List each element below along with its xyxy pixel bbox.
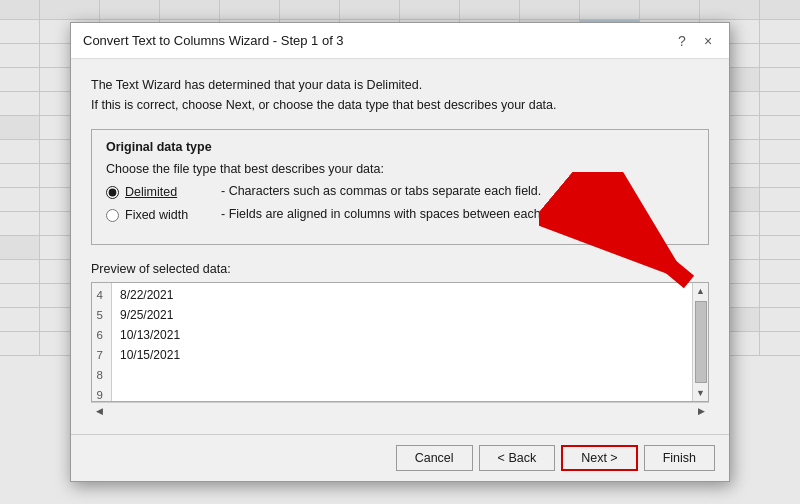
preview-line-6 [120,385,180,401]
preview-line-numbers: 4 5 6 7 8 9 [92,283,112,401]
preview-line-1: 8/22/2021 [120,285,180,305]
radio-delimited-label[interactable]: Delimited [125,184,215,199]
preview-num-2: 5 [96,305,107,325]
preview-section: Preview of selected data: 4 5 [91,257,709,418]
group-subtitle: Choose the file type that best describes… [106,162,694,176]
preview-num-1: 4 [96,285,107,305]
cancel-button[interactable]: Cancel [396,445,473,471]
preview-line-2: 9/25/2021 [120,305,180,325]
radio-delimited[interactable] [106,186,119,199]
scrollbar-track-h [107,405,693,417]
dialog-title: Convert Text to Columns Wizard - Step 1 … [83,33,344,48]
fixed-desc: - Fields are aligned in columns with spa… [221,207,571,221]
help-icon[interactable]: ? [673,32,691,50]
dialog-footer: Cancel < Back Next > Finish [71,434,729,481]
intro-line2: If this is correct, choose Next, or choo… [91,95,709,115]
preview-num-3: 6 [96,325,107,345]
radio-row-delimited: Delimited - Characters such as commas or… [106,184,694,199]
preview-num-6: 9 [96,385,107,401]
finish-button[interactable]: Finish [644,445,715,471]
preview-label: Preview of selected data: [91,262,709,276]
scrollbar-thumb-v[interactable] [695,301,707,383]
group-title: Original data type [106,140,694,154]
preview-lines: 4 5 6 7 8 9 8/22/2021 9/25/2021 10/13/20… [92,283,692,401]
preview-line-3: 10/13/2021 [120,325,180,345]
delimited-label-text: Delimited [125,185,177,199]
preview-data-content: 8/22/2021 9/25/2021 10/13/2021 10/15/202… [112,283,188,401]
back-button[interactable]: < Back [479,445,556,471]
titlebar-icons: ? × [673,32,717,50]
wizard-dialog: Convert Text to Columns Wizard - Step 1 … [70,22,730,482]
scrollbar-up-btn[interactable]: ▲ [693,283,709,299]
preview-num-4: 7 [96,345,107,365]
scrollbar-right-btn[interactable]: ▶ [693,403,709,419]
radio-fixed-label[interactable]: Fixed width [125,207,215,222]
dialog-titlebar: Convert Text to Columns Wizard - Step 1 … [71,23,729,59]
preview-box: 4 5 6 7 8 9 8/22/2021 9/25/2021 10/13/20… [91,282,709,402]
next-button[interactable]: Next > [561,445,637,471]
intro-text: The Text Wizard has determined that your… [91,75,709,115]
preview-num-5: 8 [96,365,107,385]
data-type-group: Original data type Choose the file type … [91,129,709,245]
close-icon[interactable]: × [699,32,717,50]
dialog-body: The Text Wizard has determined that your… [71,59,729,434]
preview-line-4: 10/15/2021 [120,345,180,365]
preview-scrollbar-horizontal[interactable]: ◀ ▶ [91,402,709,418]
radio-fixed[interactable] [106,209,119,222]
intro-line1: The Text Wizard has determined that your… [91,75,709,95]
delimited-desc: - Characters such as commas or tabs sepa… [221,184,541,198]
fixed-label-text: Fixed width [125,208,188,222]
preview-line-5 [120,365,180,385]
scrollbar-left-btn[interactable]: ◀ [91,403,107,419]
scrollbar-down-btn[interactable]: ▼ [693,385,709,401]
radio-row-fixed: Fixed width - Fields are aligned in colu… [106,207,694,222]
preview-scrollbar-vertical[interactable]: ▲ ▼ [692,283,708,401]
